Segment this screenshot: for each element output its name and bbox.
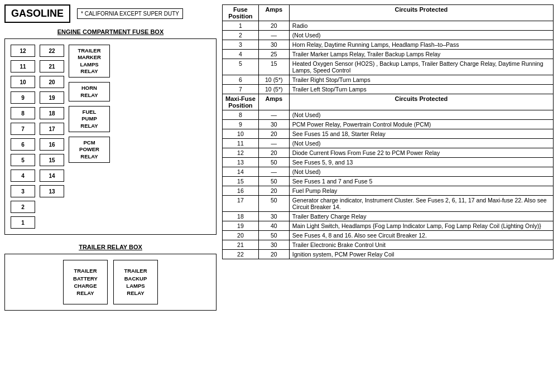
fuse-amps: 10 (5*) bbox=[258, 85, 289, 94]
fuse-item: 15 bbox=[40, 154, 64, 166]
fuse-amps: 30 bbox=[258, 40, 289, 50]
maxi-table-row: 16 20 Fuel Pump Relay bbox=[223, 186, 554, 196]
maxi-fuse-position: 13 bbox=[223, 158, 259, 167]
maxi-table-row: 8 — (Not Used) bbox=[223, 110, 554, 120]
maxi-fuse-position: 19 bbox=[223, 221, 259, 231]
fuse-item: 17 bbox=[40, 123, 64, 135]
fuse-item: 14 bbox=[40, 170, 64, 182]
header-circuits: Circuits Protected bbox=[289, 5, 553, 21]
fuse-column-2: 22212019181716151413 bbox=[40, 45, 64, 197]
fuse-item: 21 bbox=[40, 60, 64, 72]
maxi-fuse-circuit: See Fuses 5, 9, and 13 bbox=[289, 158, 553, 167]
maxi-fuse-position: 16 bbox=[223, 186, 259, 196]
relay-column: TRAILER MARKER LAMPS RELAYHORN RELAYFUEL… bbox=[69, 45, 110, 163]
maxi-fuse-position: 11 bbox=[223, 139, 259, 148]
fuse-item: 13 bbox=[40, 185, 64, 197]
maxi-fuse-circuit: (Not Used) bbox=[289, 110, 553, 120]
fuse-position: 4 bbox=[223, 50, 259, 59]
maxi-fuse-amps: 20 bbox=[258, 129, 289, 139]
maxi-fuse-circuit: Ignition system, PCM Power Relay Coil bbox=[289, 250, 553, 259]
maxi-table-row: 18 30 Trailer Battery Charge Relay bbox=[223, 212, 554, 221]
maxi-table-row: 11 — (Not Used) bbox=[223, 139, 554, 148]
maxi-fuse-position: 9 bbox=[223, 120, 259, 129]
maxi-table-row: 21 30 Trailer Electronic Brake Control U… bbox=[223, 240, 554, 250]
table-row: 1 20 Radio bbox=[223, 21, 554, 31]
maxi-header-position: Maxi-FusePosition bbox=[223, 94, 259, 110]
maxi-fuse-amps: — bbox=[258, 139, 289, 148]
fuse-circuit: Trailer Marker Lamps Relay, Trailer Back… bbox=[289, 50, 553, 59]
fuse-item: 7 bbox=[11, 123, 35, 135]
relay-box: FUEL PUMP RELAY bbox=[69, 106, 110, 132]
maxi-fuse-circuit: See Fuses 1 and 7 and Fuse 5 bbox=[289, 177, 553, 186]
engine-fuse-box: 121110987654321 22212019181716151413 TRA… bbox=[4, 38, 217, 235]
maxi-fuse-circuit: Fuel Pump Relay bbox=[289, 186, 553, 196]
fuse-item: 10 bbox=[11, 76, 35, 88]
table-row: 6 10 (5*) Trailer Right Stop/Turn Lamps bbox=[223, 75, 554, 85]
trailer-relay-section: TRAILER RELAY BOX TRAILER BATTERY CHARGE… bbox=[4, 244, 217, 311]
maxi-fuse-position: 8 bbox=[223, 110, 259, 120]
maxi-header-circuits: Circuits Protected bbox=[289, 94, 553, 110]
maxi-table-row: 9 30 PCM Power Relay, Powertrain Control… bbox=[223, 120, 554, 129]
fuse-position: 5 bbox=[223, 59, 259, 75]
maxi-fuse-circuit: See Fuses 15 and 18, Starter Relay bbox=[289, 129, 553, 139]
fuse-table: FusePosition Amps Circuits Protected 1 2… bbox=[222, 4, 554, 259]
fuse-item: 11 bbox=[11, 60, 35, 72]
maxi-fuse-amps: 30 bbox=[258, 212, 289, 221]
maxi-fuse-amps: 50 bbox=[258, 158, 289, 167]
maxi-fuse-circuit: PCM Power Relay, Powertrain Control Modu… bbox=[289, 120, 553, 129]
maxi-fuse-circuit: Generator charge indicator, Instrument C… bbox=[289, 196, 553, 212]
maxi-header-amps: Amps bbox=[258, 94, 289, 110]
fuse-item: 6 bbox=[11, 138, 35, 151]
fuse-item: 9 bbox=[11, 91, 35, 104]
maxi-table-row: 15 50 See Fuses 1 and 7 and Fuse 5 bbox=[223, 177, 554, 186]
fuse-item: 22 bbox=[40, 45, 64, 57]
table-row: 3 30 Horn Relay, Daytime Running Lamps, … bbox=[223, 40, 554, 50]
table-row: 5 15 Heated Oxygen Sensor (HO2S) , Backu… bbox=[223, 59, 554, 75]
fuse-item: 16 bbox=[40, 138, 64, 151]
fuse-item: 1 bbox=[11, 216, 35, 229]
maxi-fuse-circuit: Main Light Switch, Headlamps {Fog Lamp I… bbox=[289, 221, 553, 231]
fuse-item: 18 bbox=[40, 107, 64, 119]
fuse-circuit: Trailer Right Stop/Turn Lamps bbox=[289, 75, 553, 85]
maxi-table-row: 12 20 Diode Current Flows From Fuse 22 t… bbox=[223, 148, 554, 158]
maxi-fuse-amps: 50 bbox=[258, 231, 289, 240]
maxi-fuse-circuit: (Not Used) bbox=[289, 167, 553, 177]
maxi-fuse-amps: 30 bbox=[258, 120, 289, 129]
gasoline-label: GASOLINE bbox=[4, 4, 70, 23]
fuse-circuit: Horn Relay, Daytime Running Lamps, Headl… bbox=[289, 40, 553, 50]
maxi-fuse-amps: 40 bbox=[258, 221, 289, 231]
header-position: FusePosition bbox=[223, 5, 259, 21]
fuse-position: 1 bbox=[223, 21, 259, 31]
trailer-relay-item: TRAILER BATTERY CHARGE RELAY bbox=[63, 260, 108, 304]
fuse-amps: 10 (5*) bbox=[258, 75, 289, 85]
fuse-circuit: Radio bbox=[289, 21, 553, 31]
maxi-table-row: 10 20 See Fuses 15 and 18, Starter Relay bbox=[223, 129, 554, 139]
fuse-column-1: 121110987654321 bbox=[11, 45, 35, 229]
header-amps: Amps bbox=[258, 5, 289, 21]
maxi-fuse-position: 17 bbox=[223, 196, 259, 212]
maxi-fuse-position: 20 bbox=[223, 231, 259, 240]
fuse-position: 6 bbox=[223, 75, 259, 85]
maxi-fuse-amps: 20 bbox=[258, 148, 289, 158]
fuse-circuit: Trailer Left Stop/Turn Lamps bbox=[289, 85, 553, 94]
maxi-table-row: 22 20 Ignition system, PCM Power Relay C… bbox=[223, 250, 554, 259]
maxi-fuse-circuit: Trailer Electronic Brake Control Unit bbox=[289, 240, 553, 250]
maxi-fuse-amps: 50 bbox=[258, 196, 289, 212]
maxi-fuse-amps: 50 bbox=[258, 177, 289, 186]
fuse-box-grid: 121110987654321 22212019181716151413 TRA… bbox=[11, 45, 210, 229]
fuse-amps: 20 bbox=[258, 21, 289, 31]
fuse-position: 3 bbox=[223, 40, 259, 50]
maxi-table-row: 13 50 See Fuses 5, 9, and 13 bbox=[223, 158, 554, 167]
maxi-table-row: 17 50 Generator charge indicator, Instru… bbox=[223, 196, 554, 212]
fuse-item: 19 bbox=[40, 91, 64, 104]
table-row: 7 10 (5*) Trailer Left Stop/Turn Lamps bbox=[223, 85, 554, 94]
trailer-relay-item: TRAILER BACKUP LAMPS RELAY bbox=[113, 260, 158, 304]
maxi-fuse-circuit: Trailer Battery Charge Relay bbox=[289, 212, 553, 221]
relay-box: PCM POWER RELAY bbox=[69, 137, 110, 163]
maxi-fuse-position: 10 bbox=[223, 129, 259, 139]
maxi-fuse-position: 12 bbox=[223, 148, 259, 158]
maxi-fuse-position: 21 bbox=[223, 240, 259, 250]
fuse-item: 8 bbox=[11, 107, 35, 119]
maxi-fuse-amps: 30 bbox=[258, 240, 289, 250]
relay-box: HORN RELAY bbox=[69, 82, 110, 101]
